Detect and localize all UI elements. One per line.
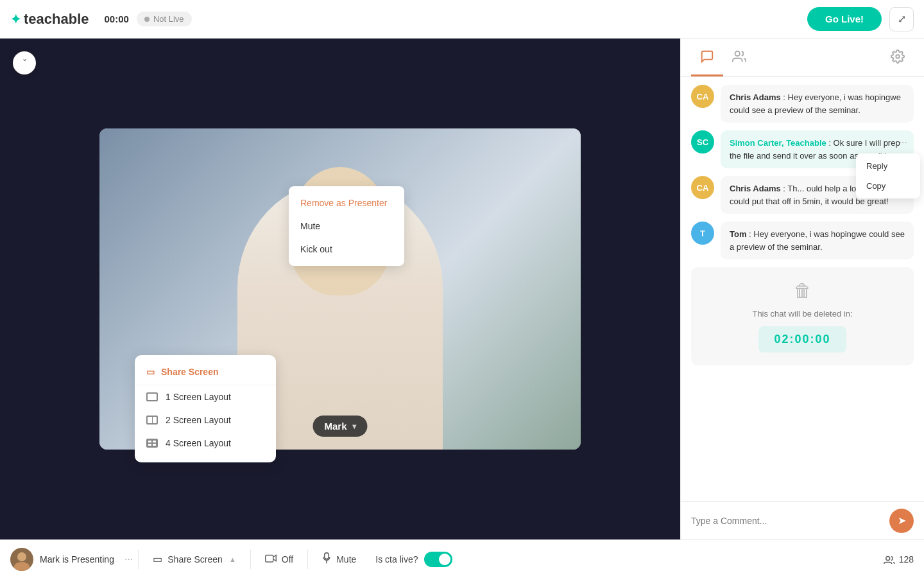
- tab-participants[interactable]: [723, 39, 755, 76]
- message-text-4: : Hey everyone, i was hopingwe could see…: [730, 229, 905, 252]
- camera-icon: [265, 554, 277, 565]
- sender-name-2: Simon Carter, Teachable: [730, 138, 826, 148]
- collapse-button[interactable]: ˅: [13, 51, 36, 74]
- share-screen-icon: ▭: [153, 553, 162, 565]
- layout-2-label: 2 Screen Layout: [166, 415, 231, 425]
- divider-3: [307, 550, 308, 569]
- sender-name-4: Tom: [730, 229, 746, 239]
- chat-messages: CA Chris Adams : Hey everyone, i was hop…: [681, 77, 924, 501]
- presenter-name: Mark: [324, 421, 346, 432]
- avatar-tom: T: [691, 222, 714, 245]
- delete-notice: 🗑 This chat will be deleted in: 02:00:00: [691, 267, 914, 365]
- timer: 00:00: [105, 13, 129, 24]
- not-live-dot: [144, 17, 150, 22]
- tab-settings[interactable]: [882, 39, 914, 76]
- mute-menu-item[interactable]: Mute: [289, 215, 404, 238]
- context-menu: Remove as Presenter Mute Kick out: [289, 186, 404, 266]
- viewers-icon: [884, 555, 895, 564]
- reply-copy-menu: Reply Copy: [856, 153, 920, 198]
- share-screen-chevron: ▲: [229, 556, 236, 563]
- mic-icon: [322, 552, 331, 566]
- layout-4-icon: [146, 439, 158, 448]
- cta-toggle[interactable]: [424, 552, 452, 567]
- tab-chat[interactable]: [691, 39, 723, 76]
- top-header: ✦ teachable 00:00 Not Live Go Live! ⤢: [0, 0, 924, 39]
- svg-rect-7: [325, 552, 329, 559]
- chat-message-2: SC Simon Carter, Teachable : Ok sure I w…: [691, 130, 914, 168]
- presenter-label: Mark is Presenting: [40, 554, 114, 565]
- kick-out-menu-item[interactable]: Kick out: [289, 238, 404, 261]
- cta-toggle-wrap: Is cta live?: [375, 552, 452, 567]
- layout-1-item[interactable]: 1 Screen Layout: [135, 385, 276, 408]
- logo: ✦ teachable: [10, 11, 89, 28]
- video-area: ˅ Mark ▾ Remove as Presenter Mute Kick o…: [0, 39, 680, 539]
- bottom-bar: Mark is Presenting ··· ▭ Share Screen ▲ …: [0, 539, 924, 578]
- chevron-down-icon: ˅: [22, 58, 27, 68]
- remove-presenter-menu-item[interactable]: Remove as Presenter: [289, 191, 404, 215]
- countdown-timer: 02:00:00: [758, 326, 846, 353]
- right-panel: CA Chris Adams : Hey everyone, i was hop…: [680, 39, 924, 539]
- reply-button[interactable]: Reply: [856, 156, 920, 176]
- comment-input[interactable]: [691, 516, 883, 526]
- copy-button[interactable]: Copy: [856, 176, 920, 196]
- layout-1-label: 1 Screen Layout: [166, 392, 231, 402]
- go-live-button[interactable]: Go Live!: [807, 7, 882, 31]
- sender-name-1: Chris Adams: [730, 92, 781, 102]
- svg-point-9: [886, 556, 889, 560]
- trash-icon: 🗑: [794, 280, 812, 301]
- svg-point-4: [17, 552, 26, 561]
- avatar-sc: SC: [691, 130, 714, 153]
- mute-label: Mute: [336, 554, 356, 565]
- presenter-more-button[interactable]: ···: [124, 554, 133, 565]
- more-options-msg2[interactable]: ···: [899, 137, 907, 148]
- layout-2-item[interactable]: 2 Screen Layout: [135, 408, 276, 432]
- avatar-ca-2: CA: [691, 176, 714, 199]
- toggle-knob: [439, 554, 450, 565]
- send-icon: ➤: [898, 514, 906, 527]
- chat-message-1: CA Chris Adams : Hey everyone, i was hop…: [691, 85, 914, 123]
- divider-2: [250, 550, 251, 569]
- message-bubble-1: Chris Adams : Hey everyone, i was hoping…: [721, 85, 914, 123]
- svg-point-1: [896, 55, 900, 58]
- share-screen-button[interactable]: ▭ Share Screen ▲: [144, 549, 245, 569]
- share-screen-icon: ▭: [146, 367, 155, 377]
- share-screen-label: Share Screen: [167, 554, 223, 565]
- name-tag[interactable]: Mark ▾: [312, 416, 367, 437]
- layout-2-icon: [146, 416, 158, 425]
- message-bubble-4: Tom : Hey everyone, i was hopingwe could…: [721, 222, 914, 259]
- svg-point-5: [14, 562, 30, 571]
- screen-share-menu: ▭ Share Screen 1 Screen Layout 2 Screen …: [135, 355, 276, 462]
- cta-label: Is cta live?: [375, 554, 418, 565]
- logo-icon: ✦: [10, 12, 21, 27]
- avatar-ca-1: CA: [691, 85, 714, 108]
- share-screen-label: Share Screen: [161, 367, 219, 377]
- main-content: ˅ Mark ▾ Remove as Presenter Mute Kick o…: [0, 39, 924, 539]
- presenter-avatar: [10, 548, 33, 571]
- share-screen-header[interactable]: ▭ Share Screen: [135, 363, 276, 385]
- divider-1: [138, 550, 139, 569]
- camera-label: Off: [282, 554, 293, 565]
- send-button[interactable]: ➤: [889, 509, 914, 533]
- svg-point-0: [735, 51, 740, 56]
- not-live-label: Not Live: [153, 14, 184, 24]
- fullscreen-icon: ⤢: [898, 13, 906, 25]
- layout-4-item[interactable]: 4 Screen Layout: [135, 432, 276, 455]
- right-panel-tabs: [681, 39, 924, 77]
- chat-message-4: T Tom : Hey everyone, i was hopingwe cou…: [691, 222, 914, 259]
- fullscreen-button[interactable]: ⤢: [889, 7, 914, 31]
- not-live-badge: Not Live: [137, 12, 192, 26]
- delete-notice-text: This chat will be deleted in:: [752, 309, 852, 319]
- viewers-count-wrap: 128: [884, 554, 914, 565]
- sender-name-3: Chris Adams: [730, 184, 781, 193]
- layout-1-icon: [146, 392, 158, 401]
- name-tag-chevron: ▾: [352, 422, 356, 431]
- comment-area: ➤: [681, 501, 924, 539]
- layout-4-label: 4 Screen Layout: [166, 438, 231, 448]
- viewers-count: 128: [899, 554, 914, 565]
- logo-text: teachable: [24, 11, 89, 28]
- camera-button[interactable]: Off: [256, 550, 302, 569]
- svg-rect-6: [266, 555, 273, 562]
- presenter-info: Mark is Presenting ···: [10, 548, 133, 571]
- mute-button[interactable]: Mute: [313, 548, 365, 570]
